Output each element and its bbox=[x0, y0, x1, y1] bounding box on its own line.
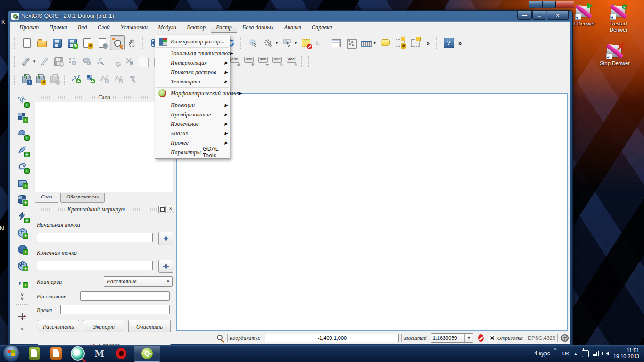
close-panel-button[interactable]: ✕ bbox=[167, 206, 174, 213]
add-wms-layer-button[interactable]: + bbox=[15, 192, 29, 206]
menu-raster[interactable]: Растр bbox=[211, 23, 237, 33]
taskbar-openoffice-button[interactable] bbox=[49, 346, 63, 361]
tab-layers[interactable]: Слои bbox=[35, 193, 58, 203]
start-point-input[interactable] bbox=[37, 233, 153, 242]
export-button[interactable]: Экспорт bbox=[83, 320, 124, 334]
clear-button[interactable]: Очистить bbox=[128, 320, 171, 334]
map-canvas[interactable] bbox=[176, 93, 568, 331]
float-panel-button[interactable] bbox=[158, 206, 166, 213]
taskbar-maxthon-button[interactable]: M bbox=[92, 346, 107, 361]
add-feature-button[interactable]: ✳ bbox=[66, 54, 80, 68]
vector-layer-edit-button[interactable] bbox=[112, 72, 126, 86]
show-bookmarks-button[interactable] bbox=[408, 35, 423, 50]
add-raster-layer-button[interactable]: + bbox=[15, 110, 29, 124]
toolbar-handle[interactable] bbox=[301, 56, 304, 67]
add-postgis-layer-button[interactable]: + bbox=[15, 126, 29, 140]
menu-item-georeferencer[interactable]: Привязка растров ▶ bbox=[155, 67, 230, 77]
vector-layer-star-button[interactable]: ✳ bbox=[98, 72, 112, 86]
close-button[interactable]: x bbox=[547, 11, 569, 20]
add-wfs-layer-button[interactable]: + bbox=[15, 258, 29, 272]
new-bookmark-button[interactable]: ✳ bbox=[393, 35, 408, 50]
caret-down-icon[interactable]: ▼ bbox=[464, 334, 473, 342]
menu-item-zonal-statistics[interactable]: Зональная статистика ▶ bbox=[155, 49, 230, 58]
coords-mode-button[interactable] bbox=[215, 334, 225, 342]
menu-settings[interactable]: Установки bbox=[115, 23, 153, 33]
toolbar-overflow-icon[interactable]: » bbox=[427, 40, 430, 47]
taskbar-opera-button[interactable] bbox=[114, 346, 128, 361]
menu-project[interactable]: Проект bbox=[14, 23, 44, 33]
language-indicator[interactable]: UK bbox=[562, 351, 570, 356]
toolbar-handle[interactable] bbox=[240, 37, 243, 49]
checkbox-checked-icon[interactable] bbox=[489, 335, 495, 341]
identify-features-button[interactable]: i bbox=[246, 35, 261, 50]
menu-analysis[interactable]: Анализ bbox=[279, 23, 306, 33]
toolbar-extension-chevron[interactable]: ∨∨ bbox=[20, 292, 24, 301]
new-vector-layer-button[interactable] bbox=[69, 72, 83, 86]
toolbar-handle[interactable] bbox=[14, 56, 17, 67]
save-project-button[interactable] bbox=[50, 35, 65, 50]
new-raster-layer-button[interactable] bbox=[83, 72, 98, 86]
pick-start-point-button[interactable] bbox=[158, 232, 173, 245]
menu-plugins[interactable]: Модули bbox=[153, 23, 182, 33]
menu-vector[interactable]: Вектор bbox=[182, 23, 211, 33]
menu-edit[interactable]: Правка bbox=[44, 23, 72, 33]
add-sqlanywhere-layer-button[interactable]: + bbox=[15, 209, 29, 223]
start-button[interactable] bbox=[3, 345, 20, 362]
save-project-as-button[interactable]: ✎ bbox=[65, 35, 80, 50]
node-tool-button[interactable] bbox=[94, 54, 108, 68]
current-edits-button[interactable] bbox=[19, 54, 33, 68]
bg-maximize-button[interactable] bbox=[542, 1, 555, 8]
add-vector-layer-button[interactable]: + bbox=[15, 93, 29, 107]
menu-help[interactable]: Справка bbox=[306, 23, 338, 33]
menu-database[interactable]: База данных bbox=[237, 23, 279, 33]
menu-item-terrain-analysis[interactable]: Морфометрический анализ ▶ bbox=[155, 89, 230, 98]
tray-clock[interactable]: 11:51 19.10.2013 bbox=[613, 347, 639, 360]
open-attribute-table-button[interactable] bbox=[329, 35, 344, 50]
tab-browser[interactable]: Обозреватель bbox=[60, 193, 105, 203]
select-features-button[interactable] bbox=[280, 35, 295, 50]
coords-input[interactable] bbox=[265, 334, 399, 342]
add-oracle-georaster-button[interactable]: + bbox=[15, 242, 29, 256]
copy-features-button[interactable] bbox=[136, 54, 150, 68]
toggle-editing-button[interactable] bbox=[37, 54, 51, 68]
rotate-label-button[interactable]: abc↻ bbox=[270, 54, 284, 68]
toolbar-handle[interactable] bbox=[14, 74, 17, 85]
menu-view[interactable]: Вид bbox=[73, 23, 92, 33]
tray-up-arrow-icon[interactable]: ▲ bbox=[574, 352, 578, 356]
toolbar-handle[interactable] bbox=[308, 56, 311, 67]
toolbar-handle[interactable] bbox=[64, 74, 67, 85]
menu-item-projections[interactable]: Проекции ▶ bbox=[155, 100, 230, 110]
zoom-in-button[interactable] bbox=[110, 35, 125, 50]
bg-minimize-button[interactable] bbox=[529, 1, 542, 8]
save-edits-button[interactable]: ✎ bbox=[51, 54, 66, 68]
toolbar-handle[interactable] bbox=[142, 37, 145, 49]
new-composer-button[interactable]: ✳ bbox=[80, 35, 95, 50]
desktop-icon-start-denwer[interactable]: rt Denwer bbox=[569, 4, 599, 27]
layers-list[interactable] bbox=[35, 102, 173, 192]
speaker-icon[interactable] bbox=[603, 351, 609, 356]
criterion-select[interactable]: Расстояние ▼ bbox=[104, 276, 173, 287]
new-project-button[interactable] bbox=[19, 35, 34, 50]
time-input[interactable] bbox=[60, 305, 170, 314]
menu-item-interpolation[interactable]: Интерполяция ▶ bbox=[155, 58, 230, 67]
add-spatialite-layer-button[interactable]: + bbox=[15, 143, 29, 157]
taskbar-sasplanet-button[interactable] bbox=[71, 346, 85, 361]
minimize-button[interactable]: — bbox=[517, 11, 532, 20]
background-window-controls[interactable] bbox=[529, 1, 574, 8]
coordinate-capture-button[interactable] bbox=[15, 309, 29, 323]
field-calculator-button[interactable] bbox=[344, 35, 359, 50]
layer-remove-button[interactable]: − bbox=[48, 72, 62, 86]
tray-toolbar-group[interactable]: 4 курс » bbox=[534, 350, 550, 357]
add-delimited-text-button[interactable]: ,+ bbox=[15, 275, 29, 289]
menu-item-extraction[interactable]: Извлечение ▶ bbox=[155, 119, 230, 129]
toolbar-handle[interactable] bbox=[14, 37, 17, 49]
map-tips-button[interactable] bbox=[378, 35, 393, 50]
layer-upload-button[interactable]: ↑ bbox=[19, 72, 33, 86]
pick-end-point-button[interactable] bbox=[158, 260, 173, 273]
help-contents-button[interactable]: ? bbox=[441, 35, 456, 50]
add-wcs-layer-button[interactable]: + bbox=[15, 225, 29, 239]
power-plug-icon[interactable] bbox=[582, 350, 589, 357]
run-feature-action-button[interactable] bbox=[261, 35, 276, 50]
stop-render-button[interactable] bbox=[476, 334, 486, 342]
open-project-button[interactable] bbox=[34, 35, 50, 50]
